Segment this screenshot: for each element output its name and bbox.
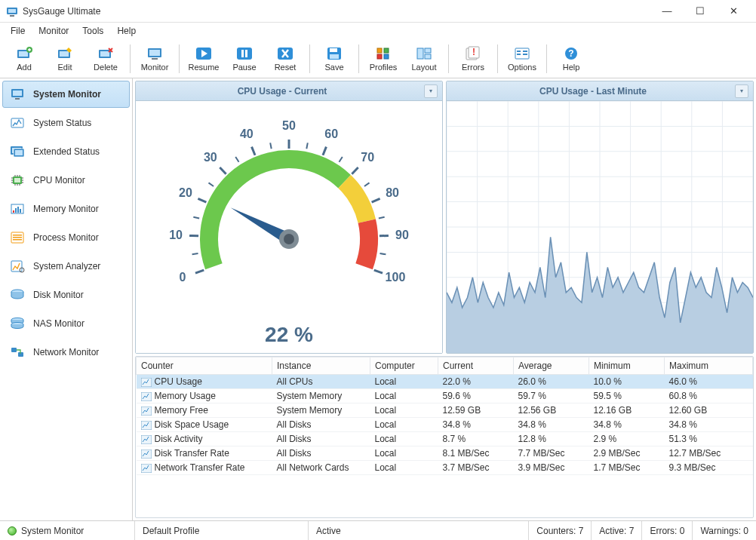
svg-rect-9 — [100, 51, 109, 57]
toolbar-monitor-button[interactable]: Monitor — [135, 41, 174, 76]
toolbar-separator — [309, 44, 310, 73]
system-analyzer-icon — [9, 259, 26, 273]
toolbar-errors-label: Errors — [462, 63, 484, 72]
line-chart — [447, 101, 753, 353]
svg-rect-21 — [377, 48, 382, 53]
toolbar-errors-button[interactable]: !Errors — [453, 41, 493, 76]
svg-text:60: 60 — [324, 127, 338, 140]
close-button[interactable]: ✕ — [717, 0, 750, 22]
sidebar-item-memory-monitor[interactable]: Memory Monitor — [2, 195, 130, 222]
table-row[interactable]: Disk ActivityAll DisksLocal8.7 %12.8 %2.… — [137, 432, 753, 446]
table-body: CPU UsageAll CPUsLocal22.0 %26.0 %10.0 %… — [137, 375, 753, 475]
table-row[interactable]: Disk Space UsageAll DisksLocal34.8 %34.8… — [137, 418, 753, 432]
table-row[interactable]: CPU UsageAll CPUsLocal22.0 %26.0 %10.0 %… — [137, 375, 753, 389]
counter-icon — [141, 421, 152, 430]
svg-rect-27 — [425, 54, 431, 59]
maximize-button[interactable]: ☐ — [684, 0, 717, 22]
sidebar-item-extended-status[interactable]: Extended Status — [2, 138, 130, 165]
svg-rect-1 — [8, 9, 16, 13]
table-column-header[interactable]: Counter — [137, 357, 272, 375]
table-column-header[interactable]: Minimum — [589, 357, 665, 375]
sidebar-item-label: CPU Monitor — [33, 175, 85, 186]
svg-rect-19 — [330, 48, 337, 52]
sidebar-item-system-analyzer[interactable]: System Analyzer — [2, 253, 130, 280]
toolbar-add-label: Add — [17, 63, 32, 72]
table-row[interactable]: Memory UsageSystem MemoryLocal59.6 %59.7… — [137, 389, 753, 403]
svg-line-78 — [352, 167, 358, 174]
menu-file[interactable]: File — [5, 24, 31, 38]
toolbar-profiles-button[interactable]: Profiles — [364, 41, 403, 76]
svg-rect-62 — [11, 348, 17, 352]
toolbar-separator — [546, 44, 547, 73]
minimize-button[interactable]: — — [650, 0, 684, 22]
table-column-header[interactable]: Instance — [272, 357, 370, 375]
svg-rect-45 — [15, 150, 23, 155]
sidebar-item-network-monitor[interactable]: Network Monitor — [2, 339, 130, 366]
sidebar-item-label: System Status — [33, 118, 91, 128]
toolbar-help-button[interactable]: ?Help — [552, 41, 591, 76]
table-column-header[interactable]: Computer — [370, 357, 438, 375]
svg-line-92 — [339, 157, 342, 162]
status-state-label: Active — [316, 526, 341, 536]
toolbar-resume-button[interactable]: Resume — [184, 41, 223, 76]
sidebar-item-disk-monitor[interactable]: Disk Monitor — [2, 281, 130, 308]
table-column-header[interactable]: Maximum — [665, 357, 753, 375]
toolbar-options-button[interactable]: Options — [502, 41, 542, 76]
content-area: CPU Usage - Current ▾ 010203040506070809… — [133, 78, 756, 520]
table-row[interactable]: Memory FreeSystem MemoryLocal12.59 GB12.… — [137, 403, 753, 418]
sidebar-item-cpu-monitor[interactable]: CPU Monitor — [2, 167, 130, 194]
svg-rect-126 — [141, 449, 152, 459]
svg-line-80 — [372, 198, 380, 202]
menu-help[interactable]: Help — [111, 24, 142, 38]
svg-text:90: 90 — [395, 229, 409, 241]
sidebar-item-process-monitor[interactable]: Process Monitor — [2, 224, 130, 251]
sidebar-item-nas-monitor[interactable]: NAS Monitor — [2, 310, 130, 337]
svg-rect-50 — [15, 208, 17, 213]
gauge-panel-options-button[interactable]: ▾ — [424, 84, 438, 98]
svg-text:70: 70 — [361, 151, 374, 164]
svg-rect-34 — [523, 51, 527, 52]
table-column-header[interactable]: Current — [438, 357, 514, 375]
svg-line-94 — [379, 217, 385, 219]
window-controls: — ☐ ✕ — [650, 0, 750, 22]
system-monitor-icon — [9, 87, 26, 101]
resume-icon — [194, 45, 214, 62]
toolbar-edit-button[interactable]: Edit — [45, 41, 85, 76]
svg-rect-4 — [19, 51, 28, 57]
sidebar-item-system-status[interactable]: System Status — [2, 109, 130, 137]
sidebar-item-system-monitor[interactable]: System Monitor — [2, 81, 130, 108]
options-icon — [512, 45, 532, 62]
svg-rect-20 — [330, 54, 339, 59]
toolbar-layout-button[interactable]: Layout — [404, 41, 444, 76]
svg-rect-49 — [13, 210, 14, 213]
menu-tools[interactable]: Tools — [76, 24, 109, 38]
profiles-icon — [373, 45, 393, 62]
menu-monitor[interactable]: Monitor — [32, 24, 75, 38]
table-column-header[interactable]: Average — [514, 357, 589, 375]
toolbar-save-button[interactable]: Save — [315, 41, 354, 76]
svg-rect-16 — [245, 50, 247, 57]
toolbar-add-button[interactable]: Add — [5, 41, 44, 76]
table-row[interactable]: Network Transfer RateAll Network CardsLo… — [137, 461, 753, 475]
edit-icon — [55, 45, 75, 62]
svg-line-89 — [235, 157, 238, 162]
toolbar-separator — [448, 44, 449, 73]
toolbar-pause-button[interactable]: Pause — [225, 41, 264, 76]
toolbar-monitor-label: Monitor — [141, 63, 169, 72]
toolbar-delete-button[interactable]: Delete — [86, 41, 125, 76]
table-row[interactable]: Disk Transfer RateAll DisksLocal8.1 MB/S… — [137, 446, 753, 461]
delete-icon — [96, 45, 115, 62]
status-monitor: System Monitor — [0, 521, 134, 540]
svg-rect-124 — [141, 421, 152, 430]
sidebar-item-label: Process Monitor — [33, 232, 99, 243]
cpu-monitor-icon — [9, 173, 26, 187]
toolbar-separator — [358, 44, 359, 73]
svg-text:80: 80 — [386, 186, 399, 199]
svg-rect-23 — [377, 54, 382, 59]
svg-rect-56 — [13, 239, 22, 241]
svg-line-90 — [270, 143, 272, 149]
sidebar-item-label: System Analyzer — [33, 261, 100, 272]
chart-panel-options-button[interactable]: ▾ — [735, 84, 748, 98]
gauge-panel: CPU Usage - Current ▾ 010203040506070809… — [135, 81, 443, 354]
toolbar-reset-button[interactable]: Reset — [266, 41, 305, 76]
